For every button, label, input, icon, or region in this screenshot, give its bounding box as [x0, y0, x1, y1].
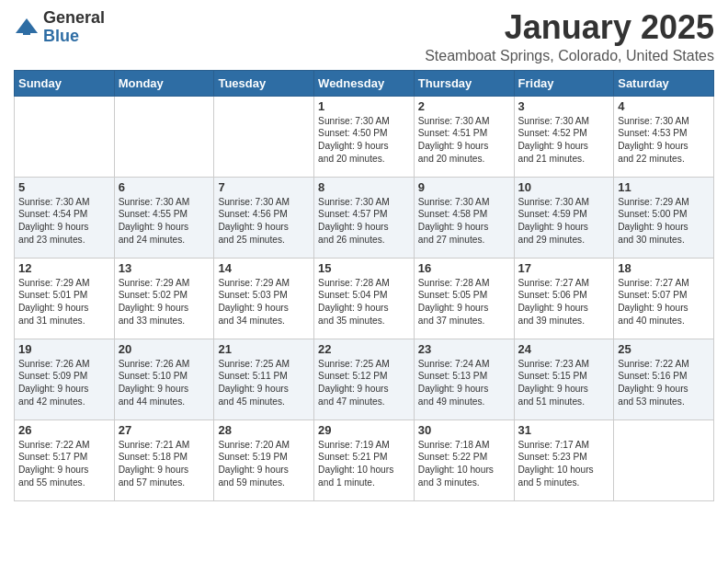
- day-info: Sunrise: 7:20 AM Sunset: 5:19 PM Dayligh…: [218, 439, 310, 489]
- header: General Blue January 2025 Steamboat Spri…: [14, 9, 714, 64]
- day-number: 18: [618, 261, 710, 275]
- day-number: 25: [618, 342, 710, 356]
- page: General Blue January 2025 Steamboat Spri…: [0, 0, 728, 515]
- calendar-cell: 30Sunrise: 7:18 AM Sunset: 5:22 PM Dayli…: [414, 419, 514, 500]
- day-number: 1: [318, 99, 410, 113]
- day-info: Sunrise: 7:30 AM Sunset: 4:59 PM Dayligh…: [518, 196, 610, 247]
- weekday-header: Tuesday: [214, 70, 314, 96]
- day-number: 13: [119, 261, 210, 275]
- day-number: 2: [418, 99, 510, 113]
- day-info: Sunrise: 7:27 AM Sunset: 5:07 PM Dayligh…: [618, 277, 710, 327]
- calendar-cell: 14Sunrise: 7:29 AM Sunset: 5:03 PM Dayli…: [214, 258, 314, 339]
- day-number: 22: [318, 342, 410, 356]
- day-number: 11: [618, 180, 710, 194]
- day-info: Sunrise: 7:30 AM Sunset: 4:55 PM Dayligh…: [119, 196, 210, 247]
- calendar-cell: 5Sunrise: 7:30 AM Sunset: 4:54 PM Daylig…: [15, 177, 115, 258]
- day-info: Sunrise: 7:25 AM Sunset: 5:12 PM Dayligh…: [318, 358, 410, 408]
- day-number: 26: [18, 423, 110, 437]
- title-area: January 2025 Steamboat Springs, Colorado…: [425, 9, 714, 64]
- calendar-cell: 18Sunrise: 7:27 AM Sunset: 5:07 PM Dayli…: [614, 258, 714, 339]
- calendar-cell: 31Sunrise: 7:17 AM Sunset: 5:23 PM Dayli…: [514, 419, 614, 500]
- calendar-cell: 26Sunrise: 7:22 AM Sunset: 5:17 PM Dayli…: [15, 419, 115, 500]
- day-info: Sunrise: 7:29 AM Sunset: 5:01 PM Dayligh…: [18, 277, 110, 327]
- calendar-cell: [214, 96, 314, 177]
- day-info: Sunrise: 7:23 AM Sunset: 5:15 PM Dayligh…: [518, 358, 610, 408]
- calendar-cell: [114, 96, 214, 177]
- calendar-cell: [15, 96, 115, 177]
- calendar-cell: 8Sunrise: 7:30 AM Sunset: 4:57 PM Daylig…: [314, 177, 415, 258]
- day-number: 23: [418, 342, 510, 356]
- day-number: 16: [418, 261, 510, 275]
- weekday-header: Saturday: [614, 70, 714, 96]
- weekday-header: Wednesday: [314, 70, 415, 96]
- day-number: 19: [18, 342, 110, 356]
- calendar-cell: 2Sunrise: 7:30 AM Sunset: 4:51 PM Daylig…: [414, 96, 514, 177]
- day-info: Sunrise: 7:25 AM Sunset: 5:11 PM Dayligh…: [218, 358, 310, 408]
- calendar-cell: 13Sunrise: 7:29 AM Sunset: 5:02 PM Dayli…: [114, 258, 214, 339]
- day-info: Sunrise: 7:30 AM Sunset: 4:57 PM Dayligh…: [318, 196, 410, 247]
- calendar-cell: 29Sunrise: 7:19 AM Sunset: 5:21 PM Dayli…: [314, 419, 415, 500]
- day-info: Sunrise: 7:17 AM Sunset: 5:23 PM Dayligh…: [518, 439, 610, 489]
- day-number: 14: [218, 261, 310, 275]
- day-info: Sunrise: 7:29 AM Sunset: 5:03 PM Dayligh…: [218, 277, 310, 327]
- calendar-cell: 12Sunrise: 7:29 AM Sunset: 5:01 PM Dayli…: [15, 258, 115, 339]
- day-number: 10: [518, 180, 610, 194]
- calendar-cell: 15Sunrise: 7:28 AM Sunset: 5:04 PM Dayli…: [314, 258, 415, 339]
- day-number: 31: [518, 423, 610, 437]
- day-info: Sunrise: 7:24 AM Sunset: 5:13 PM Dayligh…: [418, 358, 510, 408]
- weekday-header: Thursday: [414, 70, 514, 96]
- calendar-cell: 20Sunrise: 7:26 AM Sunset: 5:10 PM Dayli…: [114, 339, 214, 419]
- day-info: Sunrise: 7:28 AM Sunset: 5:04 PM Dayligh…: [318, 277, 410, 327]
- calendar-cell: 9Sunrise: 7:30 AM Sunset: 4:58 PM Daylig…: [414, 177, 514, 258]
- day-number: 17: [518, 261, 610, 275]
- day-number: 8: [318, 180, 410, 194]
- logo-general: General: [43, 9, 105, 28]
- day-number: 3: [518, 99, 610, 113]
- day-number: 12: [18, 261, 110, 275]
- day-number: 7: [218, 180, 310, 194]
- month-title: January 2025: [425, 9, 714, 46]
- svg-rect-2: [23, 28, 30, 35]
- day-number: 21: [218, 342, 310, 356]
- day-info: Sunrise: 7:30 AM Sunset: 4:50 PM Dayligh…: [318, 115, 410, 166]
- day-number: 6: [119, 180, 210, 194]
- day-number: 24: [518, 342, 610, 356]
- day-info: Sunrise: 7:22 AM Sunset: 5:17 PM Dayligh…: [18, 439, 110, 489]
- day-info: Sunrise: 7:30 AM Sunset: 4:58 PM Dayligh…: [418, 196, 510, 247]
- calendar-cell: [614, 419, 714, 500]
- calendar-cell: 7Sunrise: 7:30 AM Sunset: 4:56 PM Daylig…: [214, 177, 314, 258]
- day-info: Sunrise: 7:27 AM Sunset: 5:06 PM Dayligh…: [518, 277, 610, 327]
- day-number: 15: [318, 261, 410, 275]
- calendar-cell: 27Sunrise: 7:21 AM Sunset: 5:18 PM Dayli…: [114, 419, 214, 500]
- calendar-cell: 21Sunrise: 7:25 AM Sunset: 5:11 PM Dayli…: [214, 339, 314, 419]
- day-number: 28: [218, 423, 310, 437]
- weekday-header: Friday: [514, 70, 614, 96]
- day-info: Sunrise: 7:30 AM Sunset: 4:52 PM Dayligh…: [518, 115, 610, 166]
- calendar-cell: 19Sunrise: 7:26 AM Sunset: 5:09 PM Dayli…: [15, 339, 115, 419]
- day-info: Sunrise: 7:30 AM Sunset: 4:51 PM Dayligh…: [418, 115, 510, 166]
- day-info: Sunrise: 7:19 AM Sunset: 5:21 PM Dayligh…: [318, 439, 410, 489]
- logo-icon: [14, 15, 40, 40]
- day-info: Sunrise: 7:21 AM Sunset: 5:18 PM Dayligh…: [119, 439, 210, 489]
- day-info: Sunrise: 7:30 AM Sunset: 4:54 PM Dayligh…: [18, 196, 110, 247]
- day-info: Sunrise: 7:30 AM Sunset: 4:53 PM Dayligh…: [618, 115, 710, 166]
- day-number: 29: [318, 423, 410, 437]
- day-number: 5: [18, 180, 110, 194]
- day-number: 27: [119, 423, 210, 437]
- calendar-cell: 24Sunrise: 7:23 AM Sunset: 5:15 PM Dayli…: [514, 339, 614, 419]
- calendar-cell: 6Sunrise: 7:30 AM Sunset: 4:55 PM Daylig…: [114, 177, 214, 258]
- location-title: Steamboat Springs, Colorado, United Stat…: [425, 48, 714, 64]
- calendar-cell: 4Sunrise: 7:30 AM Sunset: 4:53 PM Daylig…: [614, 96, 714, 177]
- logo: General Blue: [14, 9, 105, 46]
- calendar-cell: 22Sunrise: 7:25 AM Sunset: 5:12 PM Dayli…: [314, 339, 415, 419]
- calendar-cell: 28Sunrise: 7:20 AM Sunset: 5:19 PM Dayli…: [214, 419, 314, 500]
- day-info: Sunrise: 7:18 AM Sunset: 5:22 PM Dayligh…: [418, 439, 510, 489]
- calendar-cell: 25Sunrise: 7:22 AM Sunset: 5:16 PM Dayli…: [614, 339, 714, 419]
- day-info: Sunrise: 7:29 AM Sunset: 5:00 PM Dayligh…: [618, 196, 710, 247]
- calendar-cell: 16Sunrise: 7:28 AM Sunset: 5:05 PM Dayli…: [414, 258, 514, 339]
- weekday-header: Sunday: [15, 70, 115, 96]
- day-info: Sunrise: 7:22 AM Sunset: 5:16 PM Dayligh…: [618, 358, 710, 408]
- calendar-table: SundayMondayTuesdayWednesdayThursdayFrid…: [14, 70, 714, 501]
- day-info: Sunrise: 7:29 AM Sunset: 5:02 PM Dayligh…: [119, 277, 210, 327]
- calendar-cell: 1Sunrise: 7:30 AM Sunset: 4:50 PM Daylig…: [314, 96, 415, 177]
